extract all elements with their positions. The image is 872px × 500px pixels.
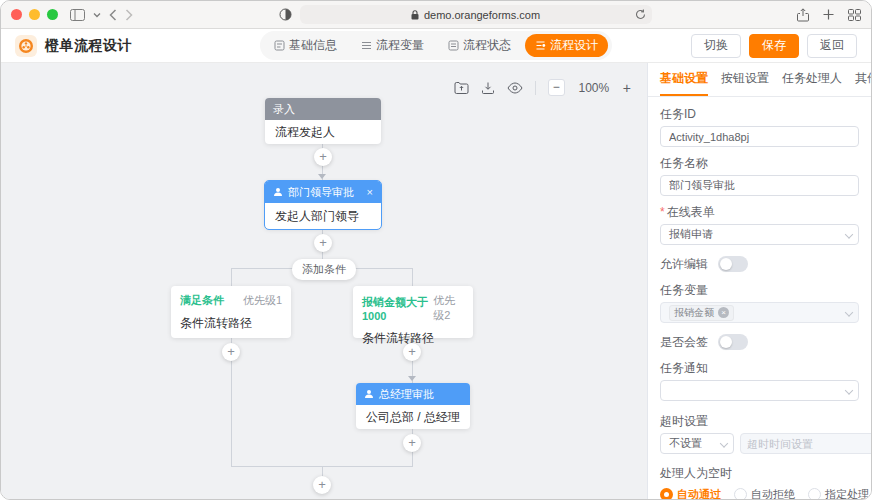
chevron-down-icon xyxy=(845,308,853,316)
select-value: 不设置 xyxy=(669,436,702,451)
preview-eye-icon[interactable] xyxy=(507,82,523,94)
required-mark: * xyxy=(660,205,665,219)
countersign-toggle[interactable] xyxy=(718,334,748,350)
maximize-window-button[interactable] xyxy=(47,9,58,20)
add-node-button[interactable]: + xyxy=(403,434,421,452)
arrow-down-icon xyxy=(318,174,326,179)
chevron-down-icon xyxy=(845,386,853,394)
download-icon[interactable] xyxy=(481,81,495,95)
settings-panel: 基础设置 按钮设置 任务处理人 其他设置 任务ID 任务名称 *在线表单 报 xyxy=(647,63,871,500)
back-button[interactable] xyxy=(109,9,117,21)
timeout-mode-select[interactable]: 不设置 xyxy=(660,433,734,454)
arrow-down-icon xyxy=(408,376,416,381)
node-dept-approval[interactable]: 部门领导审批 × 发起人部门领导 xyxy=(265,181,381,229)
add-node-button[interactable]: + xyxy=(403,343,421,361)
delete-node-icon[interactable]: × xyxy=(367,186,373,198)
tab-label: 基础信息 xyxy=(289,37,337,54)
node-body-text: 公司总部 / 总经理 xyxy=(356,405,470,429)
condition-title: 报销金额大于1000 xyxy=(362,295,433,322)
variable-tag: 报销金额 × xyxy=(669,305,734,321)
forward-button[interactable] xyxy=(125,9,133,21)
connector-line xyxy=(231,268,232,286)
chevron-down-icon xyxy=(845,230,853,238)
timeout-value-input[interactable] xyxy=(740,433,871,454)
online-form-select[interactable]: 报销申请 xyxy=(660,224,859,245)
add-node-button[interactable]: + xyxy=(314,148,332,166)
node-body-text: 发起人部门领导 xyxy=(265,203,381,229)
tab-label: 流程变量 xyxy=(376,37,424,54)
node-title: 部门领导审批 xyxy=(288,185,354,200)
node-condition-left[interactable]: 满足条件 优先级1 条件流转路径 xyxy=(171,286,291,338)
task-id-input[interactable] xyxy=(660,126,859,147)
chevron-down-icon xyxy=(720,439,728,447)
save-button[interactable]: 保存 xyxy=(749,34,799,58)
share-icon[interactable] xyxy=(797,8,809,22)
status-doc-icon xyxy=(448,40,459,51)
online-form-label: *在线表单 xyxy=(660,205,859,220)
radio-icon xyxy=(660,488,673,500)
node-gm-approval[interactable]: 总经理审批 公司总部 / 总经理 xyxy=(356,383,470,429)
node-start[interactable]: 录入 流程发起人 xyxy=(265,98,381,144)
add-node-button[interactable]: + xyxy=(222,343,240,361)
canvas-toolbar: − 100% + xyxy=(454,79,631,96)
back-to-list-button[interactable]: 返回 xyxy=(807,34,857,58)
node-body-text: 条件流转路径 xyxy=(171,310,291,341)
tab-task-assignee[interactable]: 任务处理人 xyxy=(782,63,842,96)
tag-label: 报销金额 xyxy=(674,307,714,319)
tab-basic-info[interactable]: 基础信息 xyxy=(264,34,347,57)
reload-icon[interactable] xyxy=(635,9,646,20)
node-condition-right[interactable]: 报销金额大于1000 优先级2 条件流转路径 xyxy=(353,286,473,338)
import-file-icon[interactable] xyxy=(454,81,469,95)
task-variable-select[interactable]: 报销金额 × xyxy=(660,302,859,323)
sidebar-icon[interactable] xyxy=(70,9,85,21)
tab-overview-icon[interactable] xyxy=(848,8,861,22)
node-title: 录入 xyxy=(273,102,295,117)
node-body-text: 流程发起人 xyxy=(265,120,381,144)
task-name-input[interactable] xyxy=(660,175,859,196)
task-notify-select[interactable] xyxy=(660,380,859,401)
user-icon xyxy=(364,389,374,399)
zoom-in-button[interactable]: + xyxy=(623,80,631,96)
add-node-button[interactable]: + xyxy=(313,476,331,494)
close-window-button[interactable] xyxy=(11,9,22,20)
switch-button[interactable]: 切换 xyxy=(691,34,741,58)
tab-process-variables[interactable]: 流程变量 xyxy=(351,34,434,57)
tab-process-status[interactable]: 流程状态 xyxy=(438,34,521,57)
url-text: demo.orangeforms.com xyxy=(424,9,540,21)
panel-tabs: 基础设置 按钮设置 任务处理人 其他设置 xyxy=(648,63,871,97)
condition-priority: 优先级1 xyxy=(243,293,282,308)
zoom-out-button[interactable]: − xyxy=(548,79,565,96)
task-name-label: 任务名称 xyxy=(660,156,859,171)
chevron-down-icon[interactable] xyxy=(93,12,101,18)
node-title: 总经理审批 xyxy=(379,387,434,402)
add-node-button[interactable]: + xyxy=(314,234,332,252)
lock-icon xyxy=(411,10,419,20)
flow-canvas[interactable]: − 100% + 录入 流程发起人 + xyxy=(1,63,647,500)
assignee-empty-label: 处理人为空时 xyxy=(660,466,859,481)
tab-button-settings[interactable]: 按钮设置 xyxy=(721,63,769,96)
privacy-shield-icon[interactable] xyxy=(279,8,292,21)
new-tab-icon[interactable] xyxy=(823,8,834,22)
condition-priority: 优先级2 xyxy=(433,293,464,323)
address-bar[interactable]: demo.orangeforms.com xyxy=(300,5,652,24)
doc-icon xyxy=(274,40,285,51)
tag-close-icon[interactable]: × xyxy=(718,307,729,318)
select-value: 报销申请 xyxy=(669,227,713,242)
tab-other-settings[interactable]: 其他设置 xyxy=(855,63,872,96)
app-header: 橙单流程设计 基础信息 流程变量 流程状态 流程设计 切换 保存 返回 xyxy=(1,29,871,63)
toolbar-divider xyxy=(535,81,536,95)
allow-edit-toggle[interactable] xyxy=(718,256,748,272)
radio-auto-approve[interactable]: 自动通过 xyxy=(660,487,721,500)
radio-icon xyxy=(734,488,747,500)
radio-auto-reject[interactable]: 自动拒绝 xyxy=(734,487,795,500)
timeout-label: 超时设置 xyxy=(660,414,859,429)
tab-basic-settings[interactable]: 基础设置 xyxy=(660,63,708,96)
url-area: demo.orangeforms.com xyxy=(141,5,789,24)
tab-process-design[interactable]: 流程设计 xyxy=(525,34,608,57)
minimize-window-button[interactable] xyxy=(29,9,40,20)
radio-assign-handler[interactable]: 指定处理人 xyxy=(808,487,871,500)
task-id-label: 任务ID xyxy=(660,107,859,122)
add-condition-button[interactable]: 添加条件 xyxy=(292,259,356,280)
task-variable-label: 任务变量 xyxy=(660,283,859,298)
task-notify-label: 任务通知 xyxy=(660,361,859,376)
